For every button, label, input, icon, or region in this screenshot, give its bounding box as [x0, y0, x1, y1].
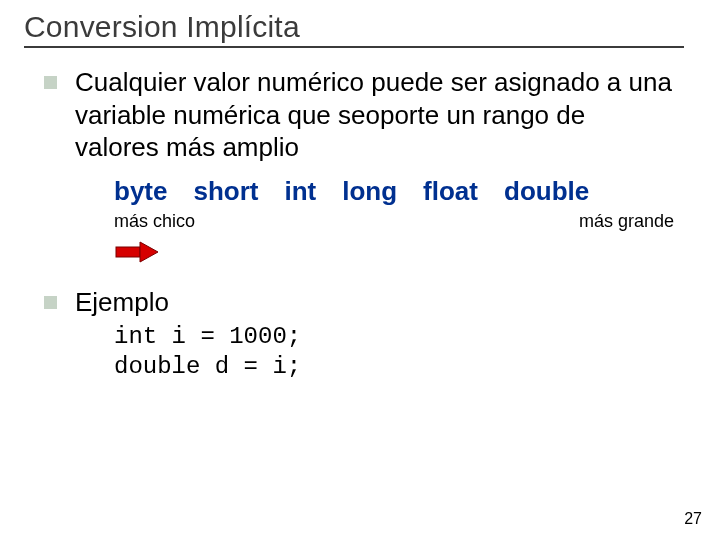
ejemplo-block: Ejemplo int i = 1000; double d = i; [24, 286, 696, 383]
range-large-label: más grande [579, 211, 674, 232]
types-row: byte short int long float double [114, 176, 696, 207]
type-long: long [342, 176, 397, 207]
page-number: 27 [684, 510, 702, 528]
square-bullet-icon [44, 76, 57, 89]
bullet-item-ejemplo: Ejemplo [44, 286, 696, 319]
range-small-label: más chico [114, 211, 195, 232]
type-byte: byte [114, 176, 167, 207]
bullet-text-main: Cualquier valor numérico puede ser asign… [75, 66, 675, 164]
slide: Conversion Implícita Cualquier valor num… [0, 0, 720, 540]
type-float: float [423, 176, 478, 207]
type-double: double [504, 176, 589, 207]
arrow-right-icon [114, 240, 160, 264]
slide-title: Conversion Implícita [24, 10, 696, 44]
bullet-item-main: Cualquier valor numérico puede ser asign… [44, 66, 696, 164]
type-int: int [284, 176, 316, 207]
code-line-2: double d = i; [114, 353, 301, 380]
square-bullet-icon [44, 296, 57, 309]
svg-marker-1 [140, 242, 158, 262]
code-line-1: int i = 1000; [114, 323, 301, 350]
range-row: más chico más grande [114, 211, 674, 232]
code-block: int i = 1000; double d = i; [114, 322, 696, 382]
title-underline [24, 46, 684, 48]
type-short: short [193, 176, 258, 207]
arrow-holder [114, 240, 696, 268]
svg-rect-0 [116, 247, 140, 257]
bullet-text-ejemplo: Ejemplo [75, 286, 169, 319]
